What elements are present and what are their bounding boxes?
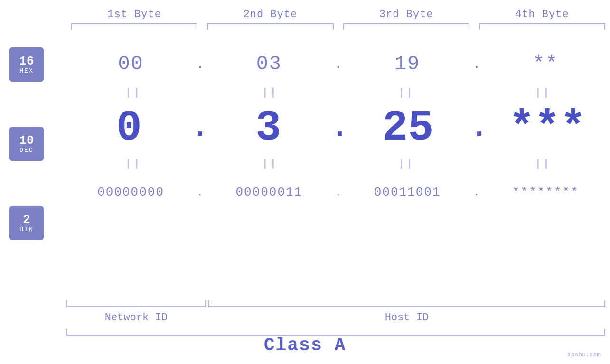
host-bracket bbox=[208, 300, 605, 307]
byte-label-2: 2nd Byte bbox=[202, 9, 338, 20]
hex-row: 00 . 03 . 19 . ** bbox=[66, 45, 610, 83]
main-container: 1st Byte 2nd Byte 3rd Byte 4th Byte 16 H… bbox=[0, 0, 610, 364]
equals-row-1: || || || || bbox=[66, 83, 610, 102]
dec-value-2: 3 bbox=[256, 107, 282, 149]
equals-cell-4: || bbox=[476, 87, 610, 99]
bin-value-2: 00000011 bbox=[235, 185, 302, 199]
bracket-2 bbox=[207, 23, 333, 30]
bin-cell-1: 00000000 bbox=[66, 185, 195, 199]
bracket-1 bbox=[71, 23, 197, 30]
bin-badge-number: 2 bbox=[23, 214, 30, 226]
dot-dec-3: . bbox=[470, 112, 485, 144]
dec-value-4: *** bbox=[509, 107, 586, 149]
equals-cell-7: || bbox=[339, 158, 474, 170]
dec-row: 0 . 3 . 25 . *** bbox=[66, 102, 610, 154]
hex-cell-2: 03 bbox=[205, 53, 333, 75]
dec-value-1: 0 bbox=[116, 107, 142, 149]
equals-row-2: || || || || bbox=[66, 154, 610, 173]
dot-bin-2: . bbox=[334, 187, 343, 198]
dec-cell-1: 0 bbox=[66, 107, 192, 149]
hex-value-1: 00 bbox=[118, 53, 143, 75]
equals-cell-2: || bbox=[203, 87, 338, 99]
id-labels-row: Network ID Host ID bbox=[66, 312, 605, 324]
bracket-3 bbox=[343, 23, 469, 30]
bin-value-4: ******** bbox=[512, 185, 579, 199]
bracket-4 bbox=[479, 23, 605, 30]
dec-cell-2: 3 bbox=[206, 107, 331, 149]
bin-cell-2: 00000011 bbox=[205, 185, 333, 199]
equals-cell-8: || bbox=[476, 158, 610, 170]
dot-bin-3: . bbox=[472, 187, 481, 198]
equals-cell-6: || bbox=[203, 158, 338, 170]
host-id-label: Host ID bbox=[208, 312, 605, 324]
bin-value-1: 00000000 bbox=[97, 185, 164, 199]
hex-value-3: 19 bbox=[394, 53, 420, 75]
dot-bin-1: . bbox=[195, 187, 205, 198]
bin-row: 00000000 . 00000011 . 00011001 . *******… bbox=[66, 173, 610, 211]
dec-cell-4: *** bbox=[485, 107, 610, 149]
bottom-brackets bbox=[66, 300, 605, 307]
dot-dec-2: . bbox=[331, 112, 346, 144]
values-section: 00 . 03 . 19 . ** || || || || bbox=[0, 45, 610, 211]
bin-cell-3: 00011001 bbox=[343, 185, 472, 199]
equals-cell-3: || bbox=[339, 87, 474, 99]
hex-cell-1: 00 bbox=[66, 53, 195, 75]
top-brackets bbox=[0, 23, 610, 30]
equals-cell-5: || bbox=[66, 158, 201, 170]
class-label: Class A bbox=[0, 335, 610, 355]
dec-cell-3: 25 bbox=[346, 107, 471, 149]
hex-value-4: ** bbox=[533, 53, 558, 75]
bin-cell-4: ******** bbox=[481, 185, 610, 199]
hex-value-2: 03 bbox=[256, 53, 282, 75]
bin-value-3: 00011001 bbox=[374, 185, 441, 199]
class-bracket bbox=[66, 329, 605, 336]
header-row: 1st Byte 2nd Byte 3rd Byte 4th Byte bbox=[0, 9, 610, 20]
byte-label-3: 3rd Byte bbox=[338, 9, 474, 20]
bin-badge-label: BIN bbox=[19, 226, 33, 233]
dot-hex-3: . bbox=[472, 56, 481, 73]
byte-label-1: 1st Byte bbox=[66, 9, 202, 20]
network-id-label: Network ID bbox=[66, 312, 206, 324]
dot-dec-1: . bbox=[192, 112, 206, 144]
hex-cell-4: ** bbox=[481, 53, 610, 75]
byte-label-4: 4th Byte bbox=[474, 9, 610, 20]
network-bracket bbox=[66, 300, 206, 307]
dot-hex-2: . bbox=[334, 56, 343, 73]
dec-value-3: 25 bbox=[382, 107, 433, 149]
equals-cell-1: || bbox=[66, 87, 201, 99]
watermark: ipshu.com bbox=[567, 351, 601, 358]
hex-cell-3: 19 bbox=[343, 53, 472, 75]
dot-hex-1: . bbox=[195, 56, 205, 73]
